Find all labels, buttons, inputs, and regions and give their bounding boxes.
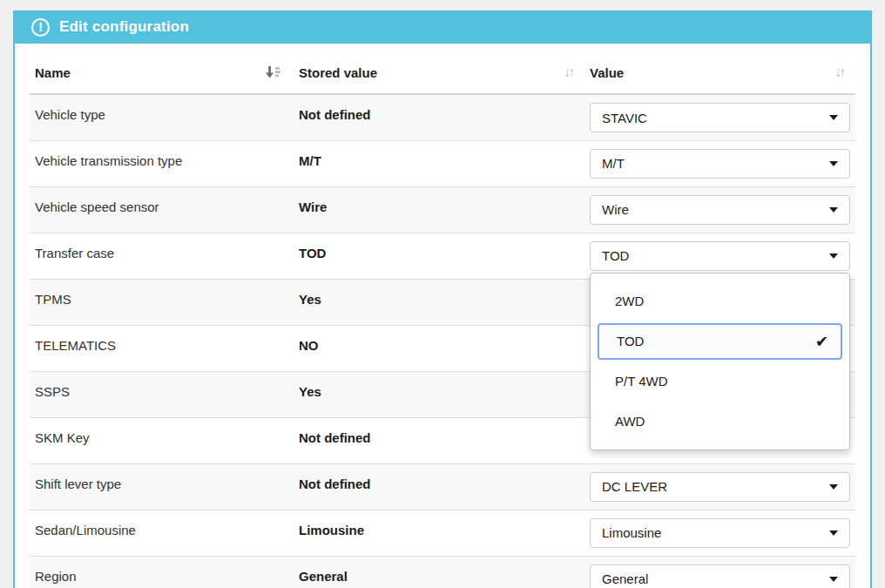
chevron-down-icon xyxy=(829,531,838,536)
row-name: Vehicle type xyxy=(30,94,294,140)
row-stored-value: NO xyxy=(294,325,584,371)
page-title: Edit configuration xyxy=(59,18,189,36)
row-value-cell: Wire xyxy=(584,186,855,233)
value-select[interactable]: STAVIC xyxy=(590,103,850,132)
row-name: TPMS xyxy=(30,279,294,325)
table-row: Sedan/Limousine Limousine Limousine xyxy=(30,510,855,556)
exclamation-circle-icon: ! xyxy=(31,18,50,37)
value-select-label: Limousine xyxy=(602,525,661,540)
row-name: SKM Key xyxy=(30,417,294,463)
row-value-cell: DC LEVER xyxy=(584,463,855,510)
panel-titlebar: ! Edit configuration xyxy=(13,10,872,44)
chevron-down-icon xyxy=(829,207,838,213)
row-stored-value: TOD xyxy=(294,233,584,279)
value-select[interactable]: Limousine xyxy=(590,518,850,548)
value-select-label: General xyxy=(602,571,648,586)
table-row: Shift lever type Not defined DC LEVER xyxy=(30,463,855,510)
column-header-value[interactable]: Value ↓↑ xyxy=(584,44,855,94)
row-stored-value: M/T xyxy=(294,140,584,186)
column-header-name[interactable]: Name xyxy=(30,44,294,94)
chevron-down-icon xyxy=(829,161,838,166)
chevron-down-icon xyxy=(829,253,838,259)
row-name: Shift lever type xyxy=(30,463,294,510)
value-select-label: DC LEVER xyxy=(602,479,667,494)
row-stored-value: General xyxy=(294,556,584,588)
table-row: Vehicle type Not defined STAVIC xyxy=(30,94,855,140)
value-select-label: TOD xyxy=(602,248,629,263)
row-name: Vehicle speed sensor xyxy=(30,186,294,233)
column-label: Name xyxy=(35,65,71,80)
value-select-label: STAVIC xyxy=(602,111,647,125)
value-select[interactable]: DC LEVER xyxy=(590,472,850,502)
chevron-down-icon xyxy=(829,115,838,120)
dropdown-option-label: TOD xyxy=(617,334,644,348)
table-row: Transfer case TOD TOD 2WDTOD✔P/T 4WDAWD xyxy=(30,233,855,279)
edit-configuration-panel: ! Edit configuration Name xyxy=(13,10,872,588)
row-name: Transfer case xyxy=(30,233,294,279)
dropdown-option-label: P/T 4WD xyxy=(615,374,668,389)
row-stored-value: Yes xyxy=(294,279,584,325)
row-stored-value: Not defined xyxy=(294,417,584,463)
value-select-label: M/T xyxy=(602,156,625,171)
row-name: Sedan/Limousine xyxy=(30,510,294,556)
table-container: Name Sto xyxy=(15,44,870,588)
row-name: TELEMATICS xyxy=(30,325,294,371)
table-row: Vehicle speed sensor Wire Wire xyxy=(30,186,855,233)
dropdown-option[interactable]: 2WD xyxy=(591,281,849,321)
dropdown-option[interactable]: AWD xyxy=(591,402,849,442)
sort-descending-icon xyxy=(265,65,281,79)
value-select-label: Wire xyxy=(602,202,629,217)
row-name: Region xyxy=(30,556,294,588)
dropdown-option[interactable]: P/T 4WD xyxy=(591,362,849,402)
column-header-stored-value[interactable]: Stored value ↓↑ xyxy=(294,44,584,94)
row-value-cell: General xyxy=(584,556,855,588)
value-select[interactable]: Wire xyxy=(590,195,850,225)
value-select[interactable]: M/T xyxy=(590,149,850,179)
column-label: Stored value xyxy=(299,65,377,80)
sort-unsorted-icon: ↓↑ xyxy=(564,64,572,80)
row-value-cell: TOD 2WDTOD✔P/T 4WDAWD xyxy=(584,233,855,279)
chevron-down-icon xyxy=(829,484,838,490)
table-row: Region General General xyxy=(30,556,855,588)
row-stored-value: Yes xyxy=(294,371,584,417)
check-icon: ✔ xyxy=(815,334,828,349)
row-stored-value: Not defined xyxy=(294,94,584,140)
row-value-cell: STAVIC xyxy=(584,94,855,140)
value-select[interactable]: TOD xyxy=(590,241,850,271)
row-stored-value: Limousine xyxy=(294,510,584,556)
row-stored-value: Wire xyxy=(294,186,584,233)
row-value-cell: M/T xyxy=(584,140,855,186)
dropdown-option-label: 2WD xyxy=(615,294,644,308)
row-name: Vehicle transmission type xyxy=(30,140,294,186)
value-select[interactable]: General xyxy=(590,564,850,588)
table-row: Vehicle transmission type M/T M/T xyxy=(30,140,855,186)
chevron-down-icon xyxy=(829,577,838,582)
column-label: Value xyxy=(590,65,624,80)
dropdown-option[interactable]: TOD✔ xyxy=(598,323,842,360)
row-stored-value: Not defined xyxy=(294,463,584,510)
row-name: SSPS xyxy=(30,371,294,417)
dropdown-menu: 2WDTOD✔P/T 4WDAWD xyxy=(590,273,850,450)
config-table-body: Vehicle type Not defined STAVIC Vehicle … xyxy=(30,94,855,588)
row-value-cell: Limousine xyxy=(584,510,855,556)
dropdown-option-label: AWD xyxy=(615,414,645,429)
sort-unsorted-icon: ↓↑ xyxy=(834,64,843,80)
configuration-table: Name Sto xyxy=(30,44,855,588)
